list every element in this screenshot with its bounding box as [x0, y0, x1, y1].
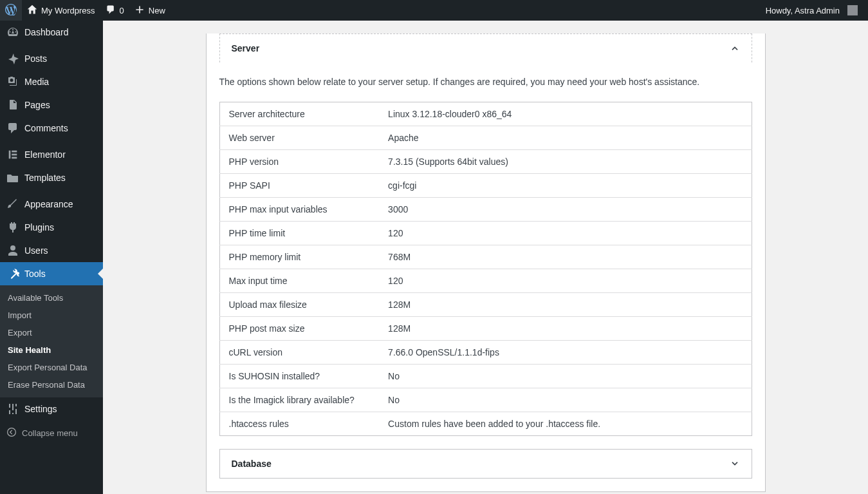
wordpress-logo-icon: [5, 4, 17, 17]
server-description: The options shown below relate to your s…: [219, 75, 752, 89]
comment-icon: [6, 122, 19, 135]
sidebar-item-templates[interactable]: Templates: [0, 166, 103, 189]
row-label: Max input time: [219, 269, 379, 293]
svg-point-4: [8, 428, 16, 437]
server-info-table: Server architectureLinux 3.12.18-clouder…: [219, 102, 752, 436]
sidebar-item-label: Settings: [24, 404, 57, 414]
sidebar-item-label: Posts: [24, 53, 47, 64]
chevron-down-icon: [730, 459, 740, 469]
submenu-import[interactable]: Import: [0, 307, 103, 324]
sidebar-item-label: Comments: [24, 123, 68, 133]
server-title: Server: [232, 43, 260, 53]
toolbar-left: My Wordpress 0 New: [0, 0, 761, 21]
sidebar-item-label: Users: [24, 245, 48, 256]
sidebar-item-pages[interactable]: Pages: [0, 93, 103, 117]
table-row: Upload max filesize128M: [219, 293, 752, 317]
database-title: Database: [232, 459, 272, 469]
row-value: 7.66.0 OpenSSL/1.1.1d-fips: [379, 341, 752, 365]
sidebar-item-label: Templates: [24, 173, 66, 183]
row-value: cgi-fcgi: [379, 174, 752, 198]
admin-sidebar: Dashboard Posts Media Pages Comments Ele…: [0, 21, 103, 494]
site-health-panel: Server The options shown below relate to…: [206, 33, 766, 492]
row-value: Custom rules have been added to your .ht…: [379, 412, 752, 436]
row-label: PHP SAPI: [219, 174, 379, 198]
table-row: Is SUHOSIN installed?No: [219, 365, 752, 388]
sidebar-item-label: Dashboard: [24, 27, 69, 37]
row-label: PHP time limit: [219, 222, 379, 245]
table-row: PHP max input variables3000: [219, 198, 752, 222]
table-row: PHP post max size128M: [219, 317, 752, 341]
sidebar-item-tools[interactable]: Tools: [0, 262, 103, 285]
submenu-available-tools[interactable]: Available Tools: [0, 289, 103, 307]
row-label: Web server: [219, 126, 379, 150]
comments-count: 0: [120, 6, 124, 15]
table-row: .htaccess rulesCustom rules have been ad…: [219, 412, 752, 436]
database-section: Database: [219, 449, 752, 479]
table-row: PHP version7.3.15 (Supports 64bit values…: [219, 150, 752, 174]
table-row: Is the Imagick library available?No: [219, 388, 752, 412]
row-label: PHP memory limit: [219, 245, 379, 269]
table-row: Server architectureLinux 3.12.18-clouder…: [219, 102, 752, 126]
sidebar-item-label: Plugins: [24, 222, 54, 233]
svg-rect-3: [12, 157, 17, 159]
submenu-export[interactable]: Export: [0, 324, 103, 341]
site-name-item[interactable]: My Wordpress: [22, 0, 100, 21]
row-value: Linux 3.12.18-clouder0 x86_64: [379, 102, 752, 126]
dashboard-icon: [6, 26, 19, 39]
pin-icon: [6, 52, 19, 65]
howdy-text: Howdy, Astra Admin: [766, 6, 840, 15]
row-value: 3000: [379, 198, 752, 222]
row-value: 128M: [379, 293, 752, 317]
home-icon: [27, 5, 37, 17]
user-icon: [6, 244, 19, 257]
user-account-item[interactable]: Howdy, Astra Admin: [761, 0, 863, 21]
table-row: Max input time120: [219, 269, 752, 293]
sidebar-item-users[interactable]: Users: [0, 239, 103, 262]
sidebar-item-comments[interactable]: Comments: [0, 117, 103, 140]
row-label: Is SUHOSIN installed?: [219, 365, 379, 388]
comments-item[interactable]: 0: [100, 0, 129, 21]
sidebar-item-label: Appearance: [24, 199, 73, 209]
tools-submenu: Available Tools Import Export Site Healt…: [0, 285, 103, 397]
collapse-icon: [6, 427, 17, 439]
wp-logo-item[interactable]: [0, 0, 22, 21]
sidebar-item-media[interactable]: Media: [0, 70, 103, 93]
table-row: PHP SAPIcgi-fcgi: [219, 174, 752, 198]
collapse-menu-button[interactable]: Collapse menu: [0, 421, 103, 446]
row-value: 768M: [379, 245, 752, 269]
submenu-export-personal-data[interactable]: Export Personal Data: [0, 359, 103, 376]
sidebar-item-label: Media: [24, 77, 49, 87]
sidebar-item-plugins[interactable]: Plugins: [0, 216, 103, 239]
row-value: 120: [379, 222, 752, 245]
sidebar-item-dashboard[interactable]: Dashboard: [0, 21, 103, 44]
sidebar-item-appearance[interactable]: Appearance: [0, 193, 103, 216]
row-label: PHP post max size: [219, 317, 379, 341]
submenu-site-health[interactable]: Site Health: [0, 341, 103, 359]
sidebar-item-posts[interactable]: Posts: [0, 47, 103, 70]
server-section: Server The options shown below relate to…: [219, 33, 752, 436]
elementor-icon: [6, 148, 19, 161]
database-accordion-header[interactable]: Database: [219, 449, 752, 479]
server-accordion-header[interactable]: Server: [219, 33, 752, 62]
new-content-item[interactable]: New: [129, 0, 171, 21]
sidebar-item-settings[interactable]: Settings: [0, 397, 103, 421]
content-area: Server The options shown below relate to…: [103, 0, 868, 494]
admin-toolbar: My Wordpress 0 New Howdy, Astra Admin: [0, 0, 868, 21]
svg-rect-2: [12, 154, 17, 156]
server-accordion-body: The options shown below relate to your s…: [219, 62, 752, 436]
row-label: PHP version: [219, 150, 379, 174]
table-row: cURL version7.66.0 OpenSSL/1.1.1d-fips: [219, 341, 752, 365]
wrench-icon: [6, 267, 19, 280]
sidebar-item-label: Pages: [24, 100, 50, 110]
sidebar-item-elementor[interactable]: Elementor: [0, 143, 103, 166]
new-label: New: [149, 6, 165, 15]
table-row: PHP time limit120: [219, 222, 752, 245]
row-value: 128M: [379, 317, 752, 341]
row-value: No: [379, 388, 752, 412]
row-label: Upload max filesize: [219, 293, 379, 317]
comment-icon: [106, 5, 116, 17]
submenu-erase-personal-data[interactable]: Erase Personal Data: [0, 376, 103, 394]
row-value: Apache: [379, 126, 752, 150]
svg-rect-1: [12, 151, 17, 153]
row-value: 120: [379, 269, 752, 293]
